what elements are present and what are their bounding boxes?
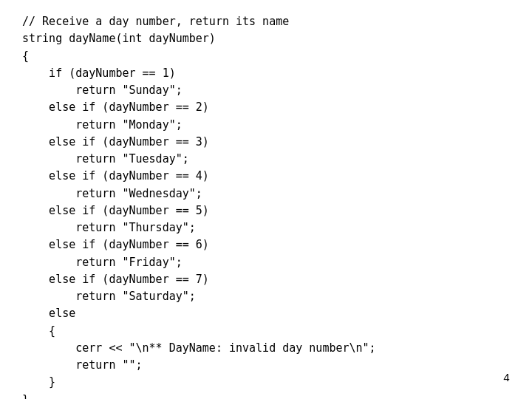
code-container: // Receive a day number, return its name… bbox=[0, 0, 532, 399]
code-block: // Receive a day number, return its name… bbox=[22, 13, 510, 399]
page-number: 4 bbox=[503, 370, 510, 387]
